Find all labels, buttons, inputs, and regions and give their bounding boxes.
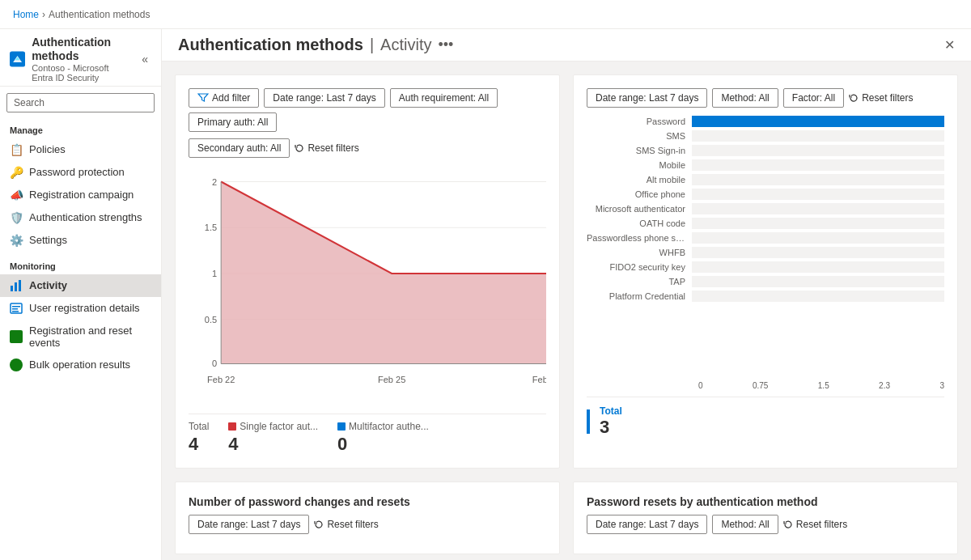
- reset-icon: [295, 143, 304, 153]
- svg-text:0.5: 0.5: [205, 315, 217, 325]
- primary-auth-filter[interactable]: Primary auth: All: [189, 112, 277, 132]
- signin-card: Add filter Date range: Last 7 days Auth …: [175, 74, 560, 469]
- svg-rect-5: [12, 306, 20, 308]
- bl-reset-filters-button[interactable]: Reset filters: [314, 515, 378, 533]
- reg-reset-icon: [10, 330, 23, 343]
- svg-rect-7: [12, 311, 19, 312]
- svg-text:Feb 26: Feb 26: [532, 375, 546, 384]
- add-filter-button[interactable]: Add filter: [189, 88, 259, 108]
- svg-rect-6: [12, 308, 18, 310]
- sidebar-item-user-reg-label: User registration details: [29, 302, 140, 314]
- bar-track-2: [692, 145, 944, 156]
- signin-area-chart: 2 1.5 1 0.5 0 Feb 22 Feb 25 Feb 26: [189, 164, 546, 407]
- bar-row-4: Alt mobile: [587, 174, 944, 185]
- bar-row-8: Passwordless phone sign-in: [587, 232, 944, 244]
- svg-text:1.5: 1.5: [205, 223, 217, 232]
- bar-label-2: SMS Sign-in: [587, 146, 692, 155]
- signin-filter-row: Add filter Date range: Last 7 days Auth …: [189, 88, 546, 132]
- page-subtitle: Activity: [380, 36, 431, 54]
- svg-text:2: 2: [212, 176, 217, 186]
- bar-row-3: Mobile: [587, 159, 944, 171]
- method-method-filter[interactable]: Method: All: [712, 88, 778, 108]
- search-container: [0, 87, 161, 116]
- method-filter-row: Date range: Last 7 days Method: All Fact…: [587, 88, 944, 108]
- sidebar-item-password-protection[interactable]: 🔑 Password protection: [0, 161, 161, 184]
- sidebar-item-settings-label: Settings: [29, 234, 67, 246]
- sidebar-item-user-reg[interactable]: User registration details: [0, 297, 161, 320]
- bar-track-7: [692, 218, 944, 229]
- auth-req-filter[interactable]: Auth requirement: All: [390, 88, 498, 108]
- close-button[interactable]: ✕: [944, 37, 955, 53]
- sidebar-item-reg-reset-label: Registration and reset events: [29, 325, 151, 349]
- method-card: Date range: Last 7 days Method: All Fact…: [573, 74, 958, 469]
- single-factor-value: 4: [228, 434, 318, 455]
- sidebar-item-auth-strengths-label: Authentication strengths: [29, 211, 142, 223]
- total-label: Total: [189, 421, 209, 432]
- search-input[interactable]: [6, 93, 155, 112]
- sidebar-item-settings[interactable]: ⚙️ Settings: [0, 229, 161, 252]
- secondary-auth-filter[interactable]: Secondary auth: All: [189, 138, 290, 158]
- bar-label-7: OATH code: [587, 218, 692, 228]
- method-reset-icon: [849, 93, 859, 103]
- svg-rect-1: [11, 286, 13, 291]
- method-reset-filters-button[interactable]: Reset filters: [849, 89, 913, 107]
- activity-icon: [10, 279, 23, 292]
- breadcrumb: Home › Authentication methods: [0, 0, 971, 29]
- policies-icon: 📋: [10, 143, 23, 156]
- sidebar-app-subtitle: Contoso - Microsoft Entra ID Security: [32, 63, 132, 83]
- reset-filters-button[interactable]: Reset filters: [295, 139, 358, 157]
- sidebar-collapse-btn[interactable]: «: [138, 49, 151, 69]
- bl-reset-icon: [314, 520, 324, 529]
- bar-row-1: SMS: [587, 130, 944, 142]
- br-date-filter[interactable]: Date range: Last 7 days: [587, 515, 707, 534]
- bar-track-4: [692, 174, 944, 185]
- method-total: Total 3: [587, 397, 944, 438]
- page-title: Authentication methods: [178, 36, 363, 54]
- multi-factor-value: 0: [337, 434, 429, 455]
- sidebar-item-bulk-ops[interactable]: Bulk operation results: [0, 354, 161, 376]
- svg-rect-9: [10, 358, 23, 371]
- method-total-value: 3: [600, 417, 622, 438]
- more-options-btn[interactable]: •••: [438, 36, 453, 53]
- total-value: 4: [189, 434, 209, 455]
- bar-label-11: TAP: [587, 277, 692, 286]
- sidebar-item-reg-reset[interactable]: Registration and reset events: [0, 320, 161, 354]
- password-resets-title: Password resets by authentication method: [587, 495, 944, 508]
- method-factor-filter[interactable]: Factor: All: [783, 88, 844, 108]
- breadcrumb-sep: ›: [42, 9, 45, 20]
- sidebar-item-activity[interactable]: Activity: [0, 274, 161, 297]
- multi-factor-stat: Multifactor authe... 0: [337, 421, 429, 455]
- sidebar-item-registration-campaign[interactable]: 📣 Registration campaign: [0, 184, 161, 206]
- br-reset-filters-button[interactable]: Reset filters: [783, 515, 847, 533]
- sidebar-item-policies[interactable]: 📋 Policies: [0, 138, 161, 161]
- method-date-filter[interactable]: Date range: Last 7 days: [587, 88, 707, 108]
- bottom-left-filter-row: Date range: Last 7 days Reset filters: [189, 515, 546, 534]
- total-stat: Total 4: [189, 421, 209, 455]
- bar-row-9: WHFB: [587, 247, 944, 258]
- bar-label-6: Microsoft authenticator: [587, 204, 692, 214]
- single-factor-stat: Single factor aut... 4: [228, 421, 318, 455]
- bar-row-0: Password: [587, 116, 944, 127]
- page-title-sep: |: [370, 36, 374, 54]
- bl-date-filter[interactable]: Date range: Last 7 days: [189, 515, 309, 534]
- svg-text:0: 0: [212, 358, 217, 367]
- sidebar-item-bulk-ops-label: Bulk operation results: [29, 358, 130, 371]
- date-range-filter[interactable]: Date range: Last 7 days: [264, 88, 384, 108]
- svg-rect-8: [10, 330, 23, 343]
- home-link[interactable]: Home: [13, 9, 39, 20]
- password-changes-title: Number of password changes and resets: [189, 495, 546, 508]
- password-changes-card: Number of password changes and resets Da…: [175, 482, 560, 554]
- sidebar-item-auth-strengths[interactable]: 🛡️ Authentication strengths: [0, 206, 161, 229]
- bar-row-11: TAP: [587, 276, 944, 287]
- br-method-filter[interactable]: Method: All: [712, 515, 778, 534]
- breadcrumb-current: Authentication methods: [49, 9, 150, 20]
- main-content: Authentication methods | Activity ••• ✕ …: [162, 29, 971, 560]
- sidebar-item-registration-campaign-label: Registration campaign: [29, 189, 134, 201]
- bar-track-12: [692, 291, 944, 302]
- bottom-right-filter-row: Date range: Last 7 days Method: All Rese…: [587, 515, 944, 534]
- bar-row-7: OATH code: [587, 218, 944, 229]
- settings-icon: ⚙️: [10, 234, 23, 247]
- bar-fill-0: [692, 116, 944, 127]
- bar-row-10: FIDO2 security key: [587, 261, 944, 273]
- monitoring-section-label: Monitoring: [0, 252, 161, 274]
